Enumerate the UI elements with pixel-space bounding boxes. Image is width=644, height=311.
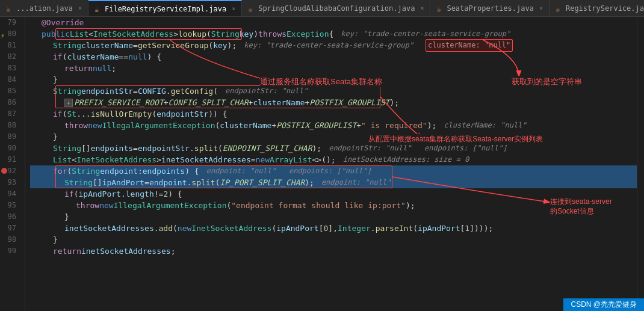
tab-close[interactable]: × [420,5,424,11]
tab-springcloud[interactable]: ☕ SpringCloudAlibabaConfiguration.java × [242,0,430,17]
tab-close[interactable]: × [78,5,82,11]
gutter-85: 85 [0,85,20,97]
code-line-93: String [] ipAndPort = endpoint . split (… [30,177,637,188]
code-line-86: + PREFIX_SERVICE_ROOT + CONFIG_SPLIT_CHA… [30,97,637,108]
java-icon: ☕ [436,5,444,12]
code-line-91: List < InetSocketAddress > inetSocketAdd… [30,154,637,165]
code-line-90: String [] endpoints = endpointStr . spli… [30,143,637,154]
gutter-90: 90 [0,143,20,154]
app-container: ☕ ...ation.java × ☕ FileRegistryServiceI… [0,0,644,311]
code-line-85: String endpointStr = CONFIG . getConfig … [30,85,637,97]
java-icon: ☕ [556,5,563,12]
code-line-97: inetSocketAddresses . add ( new InetSock… [30,223,637,234]
tab-seataprops[interactable]: ☕ SeataProperties.java × [430,0,550,17]
scrollbar[interactable] [637,17,644,311]
gutter-86: 86 [0,97,20,108]
tab-close[interactable]: × [539,5,543,11]
code-line-89: } [30,131,637,143]
gutter-92: 92 [0,165,20,177]
status-bar: CSDN @禿禿爱健身 [563,298,644,311]
code-line-99: return inetSocketAddresses ; [30,245,637,257]
gutter-93: 93 [0,177,20,188]
gutter-95: 95 [0,200,20,211]
gutter-97: 97 [0,223,20,234]
gutter-82: 82 [0,51,20,63]
gutter-98: 98 [0,234,20,245]
gutter-94: 94 [0,188,20,200]
code-line-94: if ( ipAndPort . length != 2 ) { [30,188,637,200]
gutter-99: 99 [0,245,20,257]
code-content[interactable]: @Override public List < InetSocketAddres… [25,17,637,311]
tab-transaction[interactable]: ☕ ...ation.java × [0,0,88,17]
tab-close[interactable]: × [232,5,235,12]
editor: 79 80 ⚡ 81 82 83 84 85 86 87 88 89 90 91… [0,17,644,311]
code-line-79: @Override [30,17,637,28]
code-line-81: String clusterName = getServiceGroup ( k… [30,40,637,51]
gutter-84: 84 [0,74,20,85]
gutter-87: 87 [0,108,20,120]
line-numbers: 79 80 ⚡ 81 82 83 84 85 86 87 88 89 90 91… [0,17,25,311]
code-line-88: throw new IllegalArgumentException ( clu… [30,120,637,131]
java-icon: ☕ [248,5,255,12]
tab-bar: ☕ ...ation.java × ☕ FileRegistryServiceI… [0,0,644,17]
breakpoint-icon [1,168,7,174]
code-line-87: if ( St ... isNullOrEmpty ( endpointStr … [30,108,637,120]
code-line-96: } [30,211,637,223]
tab-fileregistry[interactable]: ☕ FileRegistryServiceImpl.java × [88,0,242,17]
code-line-80: public List < InetSocketAddress > lookup… [30,28,637,40]
gutter-80: 80 ⚡ [0,28,20,40]
gutter-91: 91 [0,154,20,165]
gutter-96: 96 [0,211,20,223]
code-line-84: } [30,74,637,85]
java-icon: ☕ [94,5,102,13]
gutter-79: 79 [0,17,20,28]
code-line-83: return null ; [30,63,637,74]
code-line-98: } [30,234,637,245]
gutter-83: 83 [0,63,20,74]
gutter-88: 88 [0,120,20,131]
tab-registryservice[interactable]: ☕ RegistryService.java × [550,0,644,17]
fold-icon[interactable]: + [64,99,73,107]
gutter-89: 89 [0,131,20,143]
code-line-92: for ( String endpoint : endpoints ) { en… [30,165,637,177]
gutter-81: 81 [0,40,20,51]
code-line-95: throw new IllegalArgumentException ( "en… [30,200,637,211]
code-line-82: if ( clusterName == null ) { [30,51,637,63]
java-icon: ☕ [6,5,13,12]
